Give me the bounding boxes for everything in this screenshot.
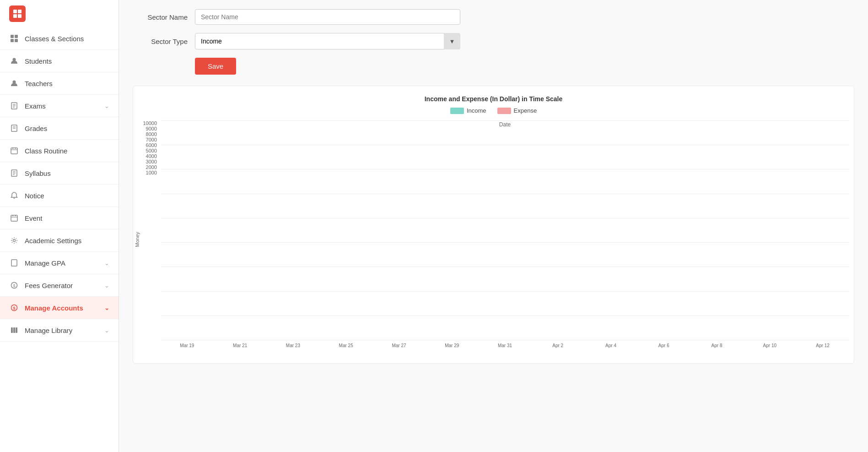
accounts-icon: $ (9, 303, 19, 313)
sector-name-row: Sector Name (133, 9, 854, 25)
chevron-down-icon: ⌄ (104, 327, 109, 334)
chart-area: Money 10000 9000 8000 7000 6000 5000 400… (138, 120, 849, 359)
svg-rect-37 (13, 327, 15, 333)
legend-income: Income (450, 107, 486, 114)
grid-icon (9, 33, 19, 44)
teachers-icon (9, 78, 19, 88)
svg-rect-3 (18, 14, 22, 18)
sidebar-item-label: Manage Accounts (25, 304, 83, 312)
chevron-down-icon: ⌄ (104, 305, 109, 311)
svg-rect-36 (11, 327, 13, 333)
sidebar-item-label: Notice (25, 192, 44, 200)
chart-inner: Mar 19Mar 21Mar 23Mar 25Mar 27Mar 29Mar … (161, 120, 849, 359)
save-button[interactable]: Save (195, 58, 236, 75)
sidebar-item-syllabus[interactable]: Syllabus (0, 162, 119, 185)
x-axis: Mar 19Mar 21Mar 23Mar 25Mar 27Mar 29Mar … (161, 340, 849, 359)
svg-text:$: $ (13, 283, 15, 288)
chart-legend: Income Expense (138, 107, 849, 114)
y-axis-title: Money (135, 232, 140, 247)
grades-icon (9, 123, 19, 133)
sector-type-row: Sector Type Income Expense ▼ (133, 33, 854, 49)
svg-point-30 (13, 240, 16, 242)
sidebar-item-label: Manage GPA (25, 259, 65, 267)
sidebar-item-label: Teachers (25, 80, 53, 87)
app-logo (9, 5, 26, 22)
sidebar-item-label: Class Routine (25, 147, 67, 155)
sidebar-item-classes-sections[interactable]: Classes & Sections (0, 27, 119, 50)
sidebar-item-manage-accounts[interactable]: $ Manage Accounts ⌄ (0, 297, 119, 319)
svg-rect-26 (11, 215, 17, 221)
syllabus-icon (9, 168, 19, 178)
x-axis-label: Apr 10 (743, 343, 796, 348)
x-axis-label: Apr 8 (690, 343, 744, 348)
sidebar-item-fees-generator[interactable]: $ Fees Generator ⌄ (0, 274, 119, 297)
sidebar: Classes & Sections Students Teachers Exa… (0, 0, 119, 452)
sidebar-item-label: Event (25, 214, 42, 222)
sidebar-item-academic-settings[interactable]: Academic Settings (0, 229, 119, 252)
x-axis-label: Mar 23 (267, 343, 320, 348)
students-icon (9, 56, 19, 66)
sidebar-item-manage-gpa[interactable]: Manage GPA ⌄ (0, 252, 119, 274)
expense-legend-label: Expense (514, 107, 537, 114)
svg-rect-38 (16, 327, 17, 333)
sidebar-item-label: Exams (25, 102, 46, 110)
sidebar-item-label: Fees Generator (25, 282, 73, 289)
fees-icon: $ (9, 280, 19, 290)
expense-color-box (497, 108, 511, 114)
chevron-down-icon: ⌄ (104, 260, 109, 267)
sidebar-item-label: Academic Settings (25, 237, 81, 245)
sector-type-select-wrapper: Income Expense ▼ (195, 33, 460, 49)
svg-rect-31 (11, 260, 17, 266)
sector-name-input[interactable] (195, 9, 460, 25)
chart-container: Income and Expense (In Dollar) in Time S… (133, 86, 854, 364)
bars-area (161, 120, 849, 340)
chart-title: Income and Expense (In Dollar) in Time S… (138, 95, 849, 103)
event-icon (9, 213, 19, 223)
main-content: Sector Name Sector Type Income Expense ▼… (119, 0, 868, 452)
sidebar-item-grades[interactable]: Grades (0, 117, 119, 140)
y-axis: 10000 9000 8000 7000 6000 5000 4000 3000… (138, 120, 161, 194)
chevron-down-icon: ⌄ (104, 282, 109, 289)
x-axis-label: Apr 4 (584, 343, 637, 348)
sector-type-select[interactable]: Income Expense (195, 33, 460, 49)
sidebar-item-label: Students (25, 57, 52, 65)
svg-rect-0 (13, 10, 17, 13)
sidebar-item-label: Classes & Sections (25, 35, 84, 43)
x-axis-label: Mar 21 (214, 343, 267, 348)
svg-rect-2 (13, 14, 17, 18)
x-axis-label: Apr 6 (637, 343, 690, 348)
sidebar-item-label: Syllabus (25, 169, 51, 177)
x-axis-label: Apr 12 (796, 343, 849, 348)
svg-rect-5 (15, 35, 18, 38)
sidebar-item-notice[interactable]: Notice (0, 185, 119, 207)
x-axis-label: Mar 29 (426, 343, 479, 348)
sidebar-item-class-routine[interactable]: Class Routine (0, 140, 119, 162)
save-button-row: Save (133, 58, 854, 86)
sector-type-label: Sector Type (133, 38, 188, 45)
svg-rect-4 (11, 35, 14, 38)
sidebar-item-event[interactable]: Event (0, 207, 119, 229)
sidebar-item-manage-library[interactable]: Manage Library ⌄ (0, 319, 119, 342)
legend-expense: Expense (497, 107, 537, 114)
sidebar-item-students[interactable]: Students (0, 50, 119, 72)
exams-icon (9, 101, 19, 111)
sidebar-item-teachers[interactable]: Teachers (0, 72, 119, 95)
notice-icon (9, 191, 19, 201)
sidebar-item-exams[interactable]: Exams ⌄ (0, 95, 119, 117)
chevron-down-icon: ⌄ (104, 103, 109, 109)
x-axis-label: Mar 19 (161, 343, 214, 348)
calendar-icon (9, 146, 19, 156)
svg-rect-1 (18, 10, 22, 13)
svg-text:$: $ (13, 306, 15, 310)
x-axis-label: Mar 25 (319, 343, 372, 348)
income-color-box (450, 108, 464, 114)
svg-rect-6 (11, 39, 14, 42)
gear-icon (9, 235, 19, 245)
svg-rect-17 (11, 148, 17, 154)
manage-gpa-icon (9, 258, 19, 268)
svg-rect-7 (15, 39, 18, 42)
x-axis-label: Mar 27 (372, 343, 426, 348)
sector-name-label: Sector Name (133, 13, 188, 21)
sidebar-item-label: Manage Library (25, 327, 72, 334)
x-axis-label: Mar 31 (479, 343, 532, 348)
